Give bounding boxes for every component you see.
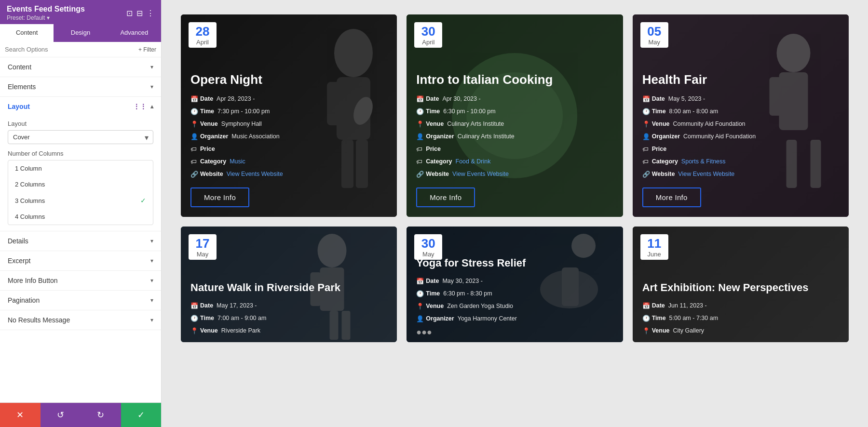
section-content-label: Content — [8, 63, 31, 71]
sidebar: Events Feed Settings Preset: Default ▾ ⊡… — [0, 0, 162, 427]
event-card-yoga: 30 May Yoga for Stress Relief 📅DateMay 3… — [407, 227, 623, 342]
location-icon: 📍 — [190, 325, 198, 337]
category-icon: 🏷 — [190, 156, 198, 168]
section-layout-header[interactable]: Layout ⋮⋮ ▴ — [0, 97, 161, 116]
section-elements: Elements ▾ — [0, 77, 161, 97]
event-meta-5: 📅DateMay 30, 2023 - 🕐Time6:30 pm - 8:30 … — [416, 275, 613, 325]
section-layout: Layout ⋮⋮ ▴ Layout Cover List Grid Mason… — [0, 97, 161, 231]
clock-icon: 🕐 — [416, 106, 424, 118]
event-time-1: 7:30 pm - 10:00 pm — [217, 106, 270, 118]
section-excerpt-header[interactable]: Excerpt ▾ — [0, 251, 161, 270]
main-content: 28 April Opera Night 📅DateApr 28, 2023 -… — [162, 0, 868, 427]
event-website-2[interactable]: View Events Website — [452, 168, 509, 180]
section-more-info-btn-label: More Info Button — [8, 277, 58, 284]
event-date-badge-3: 05 May — [640, 22, 668, 48]
event-category-2[interactable]: Food & Drink — [456, 156, 491, 168]
cancel-button[interactable]: ✕ — [0, 403, 41, 427]
col-option-3[interactable]: 3 Columns ✓ — [8, 192, 153, 209]
more-info-button-2[interactable]: More Info — [416, 187, 475, 207]
event-date-text-6: Jun 11, 2023 - — [668, 300, 707, 312]
section-no-results-header[interactable]: No Results Message ▾ — [0, 310, 161, 330]
category-icon: 🏷 — [642, 156, 650, 168]
website-icon: 🔗 — [642, 168, 650, 181]
more-info-button-1[interactable]: More Info — [190, 187, 249, 207]
chevron-down-icon: ▾ — [150, 83, 153, 90]
website-icon: 🔗 — [416, 168, 424, 181]
redo-button[interactable]: ↻ — [81, 403, 121, 427]
sidebar-header: Events Feed Settings Preset: Default ▾ ⊡… — [0, 0, 161, 24]
section-details-header[interactable]: Details ▾ — [0, 231, 161, 251]
section-content-header[interactable]: Content ▾ — [0, 57, 161, 77]
section-elements-header[interactable]: Elements ▾ — [0, 77, 161, 96]
event-category-3[interactable]: Sports & Fitness — [681, 156, 726, 168]
section-pagination-header[interactable]: Pagination ▾ — [0, 291, 161, 310]
calendar-icon: 📅 — [416, 93, 424, 106]
person-icon: 👤 — [416, 131, 424, 143]
section-layout-label: Layout — [8, 103, 30, 110]
tab-design[interactable]: Design — [54, 24, 107, 42]
columns-label: Number of Columns — [8, 150, 153, 157]
menu-icon[interactable]: ⋮ — [147, 9, 154, 18]
event-venue-2: Culinary Arts Institute — [447, 118, 504, 130]
event-date-text-3: May 5, 2023 - — [668, 93, 705, 105]
event-card-art-exhibition: 11 June Art Exhibition: New Perspectives… — [633, 227, 849, 342]
layout-options: Layout Cover List Grid Masonry Number of… — [0, 120, 161, 231]
event-time-3: 8:00 am - 8:00 am — [669, 106, 718, 118]
section-more-info-btn-header[interactable]: More Info Button ▾ — [0, 271, 161, 290]
event-day-4: 17 — [194, 237, 211, 250]
clock-icon: 🕐 — [416, 288, 424, 300]
event-title-5: Yoga for Stress Relief — [416, 257, 613, 269]
event-venue-6: City Gallery — [673, 325, 704, 337]
col-option-2[interactable]: 2 Columns — [8, 176, 153, 192]
sidebar-preset[interactable]: Preset: Default ▾ — [7, 14, 85, 21]
section-no-results: No Results Message ▾ — [0, 310, 161, 330]
event-date-badge-6: 11 June — [640, 234, 668, 260]
col-option-4[interactable]: 4 Columns — [8, 209, 153, 225]
event-venue-5: Zen Garden Yoga Studio — [447, 300, 513, 312]
event-website-1[interactable]: View Events Website — [227, 168, 283, 180]
location-icon: 📍 — [416, 300, 424, 313]
tab-advanced[interactable]: Advanced — [108, 24, 161, 42]
event-day-6: 11 — [646, 237, 663, 250]
expand-icon[interactable]: ⊟ — [136, 9, 143, 18]
section-details: Details ▾ — [0, 231, 161, 251]
col-option-1[interactable]: 1 Column — [8, 160, 153, 176]
search-input[interactable] — [5, 46, 136, 53]
event-website-3[interactable]: View Events Website — [678, 168, 734, 180]
calendar-icon: 📅 — [642, 93, 650, 106]
layout-field-label: Layout — [8, 120, 153, 127]
filter-button[interactable]: + Filter — [138, 46, 156, 53]
clock-icon: 🕐 — [642, 106, 650, 118]
event-day-5: 30 — [420, 237, 436, 250]
undo-button[interactable]: ↺ — [41, 403, 81, 427]
svg-point-14 — [318, 234, 347, 267]
event-title-3: Health Fair — [642, 72, 839, 87]
section-more-info-btn: More Info Button ▾ — [0, 271, 161, 291]
event-organizer-5: Yoga Harmony Center — [458, 313, 517, 325]
price-icon: 🏷 — [642, 143, 650, 156]
event-title-2: Intro to Italian Cooking — [416, 72, 613, 87]
section-content: Content ▾ — [0, 57, 161, 77]
event-month-4: May — [194, 251, 211, 258]
sidebar-title: Events Feed Settings — [7, 5, 85, 13]
sidebar-search-bar: + Filter — [0, 42, 161, 57]
event-time-5: 6:30 pm - 8:30 pm — [443, 288, 492, 300]
checkmark-icon: ✓ — [140, 197, 146, 204]
tab-content[interactable]: Content — [0, 24, 54, 42]
event-title-4: Nature Walk in Riverside Park — [190, 281, 387, 294]
event-month-6: June — [646, 251, 663, 258]
event-venue-4: Riverside Park — [221, 325, 260, 337]
event-day-3: 05 — [646, 25, 663, 38]
chevron-down-icon: ▾ — [150, 238, 153, 244]
location-icon: 📍 — [642, 325, 650, 337]
minimize-icon[interactable]: ⊡ — [126, 9, 133, 18]
save-button[interactable]: ✓ — [121, 403, 162, 427]
calendar-icon: 📅 — [642, 300, 650, 312]
more-info-button-3[interactable]: More Info — [642, 187, 701, 207]
event-venue-1: Symphony Hall — [221, 118, 262, 130]
event-card-opera-night: 28 April Opera Night 📅DateApr 28, 2023 -… — [181, 14, 397, 217]
chevron-down-icon: ▾ — [150, 257, 153, 264]
layout-select[interactable]: Cover List Grid Masonry — [8, 130, 153, 144]
event-category-1[interactable]: Music — [230, 156, 245, 168]
event-date-text-4: May 17, 2023 - — [217, 300, 257, 312]
